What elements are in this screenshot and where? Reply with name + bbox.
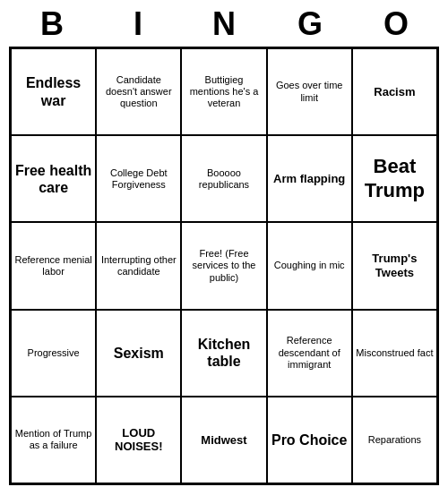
bingo-title: BINGO: [9, 0, 439, 47]
title-letter: G: [271, 5, 349, 43]
cell-r2-c0: Reference menial labor: [11, 222, 96, 309]
cell-r3-c4: Misconstrued fact: [352, 310, 437, 397]
cell-r0-c3: Goes over time limit: [267, 48, 352, 135]
cell-r2-c3: Coughing in mic: [267, 222, 352, 309]
cell-r4-c4: Reparations: [352, 397, 437, 483]
cell-r4-c1: LOUD NOISES!: [96, 397, 181, 483]
title-letter: N: [185, 5, 263, 43]
cell-r0-c0: Endless war: [11, 48, 96, 135]
cell-r4-c2: Midwest: [181, 397, 266, 483]
cell-r2-c4: Trump's Tweets: [352, 222, 437, 309]
cell-r1-c3: Arm flapping: [267, 135, 352, 222]
cell-r2-c1: Interrupting other candidate: [96, 222, 181, 309]
cell-r3-c3: Reference descendant of immigrant: [267, 310, 352, 397]
title-letter: O: [357, 5, 435, 43]
cell-r3-c0: Progressive: [11, 310, 96, 397]
cell-r2-c2: Free! (Free services to the public): [181, 222, 266, 309]
cell-r3-c2: Kitchen table: [181, 310, 266, 397]
cell-r3-c1: Sexism: [96, 310, 181, 397]
title-letter: I: [99, 5, 177, 43]
cell-r0-c4: Racism: [352, 48, 437, 135]
cell-r1-c0: Free health care: [11, 135, 96, 222]
title-letter: B: [13, 5, 91, 43]
cell-r4-c0: Mention of Trump as a failure: [11, 397, 96, 483]
cell-r1-c4: Beat Trump: [352, 135, 437, 222]
cell-r0-c1: Candidate doesn't answer question: [96, 48, 181, 135]
cell-r0-c2: Buttigieg mentions he's a veteran: [181, 48, 266, 135]
cell-r4-c3: Pro Choice: [267, 397, 352, 483]
bingo-grid: Endless warCandidate doesn't answer ques…: [9, 47, 439, 485]
cell-r1-c2: Booooo republicans: [181, 135, 266, 222]
cell-r1-c1: College Debt Forgiveness: [96, 135, 181, 222]
